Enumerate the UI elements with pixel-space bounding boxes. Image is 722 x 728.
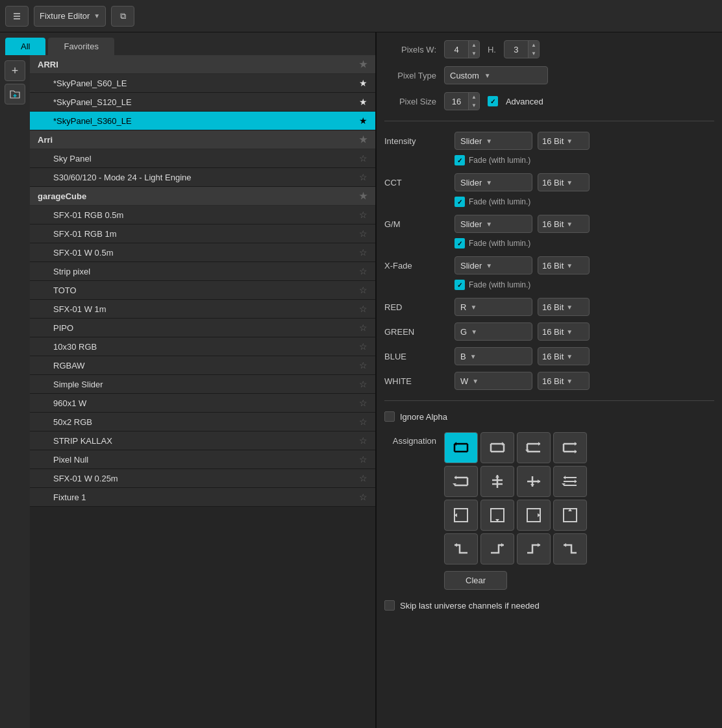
fixture-row[interactable]: PIPO☆	[30, 319, 375, 337]
fixture-star-icon[interactable]: ☆	[359, 153, 367, 164]
fixture-row[interactable]: RGBAW☆	[30, 356, 375, 375]
fixture-star-icon[interactable]: ☆	[359, 172, 367, 182]
fixture-row[interactable]: 960x1 W☆	[30, 394, 375, 413]
channel-type-dropdown-3[interactable]: Slider ▼	[454, 256, 532, 274]
tab-favorites[interactable]: Favorites	[48, 38, 114, 55]
skip-universe-checkbox[interactable]	[384, 600, 395, 611]
fixture-star-icon[interactable]: ☆	[359, 322, 367, 333]
assign-button-12[interactable]	[444, 533, 478, 564]
assign-button-3[interactable]	[553, 432, 587, 463]
fade-checkbox-1[interactable]	[454, 197, 465, 207]
assign-button-5[interactable]	[480, 466, 514, 497]
channel-bit-dropdown-6[interactable]: 16 Bit ▼	[538, 347, 590, 365]
assign-button-15[interactable]	[553, 533, 587, 564]
channel-type-dropdown-5[interactable]: G ▼	[454, 322, 532, 341]
pixels-h-up-arrow[interactable]: ▲	[528, 41, 539, 49]
fixture-star-icon[interactable]: ☆	[359, 341, 367, 352]
assign-button-8[interactable]	[444, 500, 478, 531]
group-star-icon[interactable]: ★	[359, 134, 367, 145]
fixture-star-icon[interactable]: ☆	[359, 417, 367, 427]
fade-checkbox-0[interactable]	[454, 155, 465, 165]
fade-checkbox-2[interactable]	[454, 238, 465, 249]
assign-button-0[interactable]	[444, 432, 478, 463]
menu-icon[interactable]	[5, 6, 29, 27]
channel-bit-dropdown-3[interactable]: 16 Bit ▼	[538, 256, 590, 274]
channel-type-dropdown-1[interactable]: Slider ▼	[454, 173, 532, 191]
ignore-alpha-checkbox[interactable]	[384, 411, 395, 422]
fixture-row[interactable]: Fixture 1☆	[30, 488, 375, 507]
fixture-row[interactable]: S30/60/120 - Mode 24 - Light Engine☆	[30, 168, 375, 187]
add-fixture-button[interactable]: +	[5, 60, 25, 81]
add-folder-button[interactable]	[5, 84, 25, 104]
channel-type-dropdown-0[interactable]: Slider ▼	[454, 132, 532, 150]
pixels-w-spinner[interactable]: 4 ▲ ▼	[444, 40, 480, 58]
channel-bit-dropdown-5[interactable]: 16 Bit ▼	[538, 322, 590, 341]
fixture-star-icon[interactable]: ☆	[359, 266, 367, 276]
assign-button-9[interactable]	[480, 500, 514, 531]
fixture-row[interactable]: TOTO☆	[30, 281, 375, 300]
channel-bit-dropdown-4[interactable]: 16 Bit ▼	[538, 298, 590, 316]
assign-button-14[interactable]	[517, 533, 551, 564]
fixture-star-icon[interactable]: ☆	[359, 228, 367, 239]
fixture-star-icon[interactable]: ☆	[359, 210, 367, 220]
fixture-star-icon[interactable]: ☆	[359, 473, 367, 483]
group-star-icon[interactable]: ★	[359, 191, 367, 201]
fade-checkbox-3[interactable]	[454, 280, 465, 290]
fixture-star-icon[interactable]: ☆	[359, 435, 367, 446]
fixture-star-icon[interactable]: ☆	[359, 304, 367, 314]
assign-button-1[interactable]	[480, 432, 514, 463]
tab-all[interactable]: All	[5, 38, 45, 55]
fixture-star-icon[interactable]: ★	[359, 78, 367, 88]
fixture-star-icon[interactable]: ☆	[359, 247, 367, 258]
fixture-row[interactable]: *SkyPanel_S60_LE★	[30, 74, 375, 93]
fixture-row[interactable]: *SkyPanel_S360_LE★	[30, 112, 375, 130]
assign-button-2[interactable]	[517, 432, 551, 463]
fixture-star-icon[interactable]: ☆	[359, 398, 367, 408]
assign-button-7[interactable]	[553, 466, 587, 497]
fixture-star-icon[interactable]: ☆	[359, 492, 367, 502]
assign-button-4[interactable]	[444, 466, 478, 497]
channel-type-dropdown-2[interactable]: Slider ▼	[454, 215, 532, 233]
fixture-star-icon[interactable]: ☆	[359, 285, 367, 295]
fixture-star-icon[interactable]: ☆	[359, 379, 367, 389]
channel-type-dropdown-7[interactable]: W ▼	[454, 372, 532, 390]
channel-type-dropdown-6[interactable]: B ▼	[454, 347, 532, 365]
channel-bit-dropdown-2[interactable]: 16 Bit ▼	[538, 215, 590, 233]
clear-button[interactable]: Clear	[444, 571, 507, 590]
pixel-size-down-arrow[interactable]: ▼	[468, 101, 479, 110]
group-row[interactable]: garageCube★	[30, 187, 375, 206]
fixture-star-icon[interactable]: ★	[359, 115, 367, 126]
pixel-size-up-arrow[interactable]: ▲	[468, 93, 479, 101]
fixture-star-icon[interactable]: ★	[359, 97, 367, 107]
channel-bit-dropdown-1[interactable]: 16 Bit ▼	[538, 173, 590, 191]
fixture-row[interactable]: Pixel Null☆	[30, 450, 375, 469]
fixture-star-icon[interactable]: ☆	[359, 360, 367, 370]
assign-button-11[interactable]	[553, 500, 587, 531]
fixture-row[interactable]: STRIP KALLAX☆	[30, 431, 375, 450]
pixel-size-spinner[interactable]: 16 ▲ ▼	[444, 92, 480, 110]
channel-type-dropdown-4[interactable]: R ▼	[454, 298, 532, 316]
pixels-w-down-arrow[interactable]: ▼	[468, 49, 479, 58]
pixel-type-dropdown[interactable]: Custom ▼	[444, 66, 548, 84]
pixels-w-up-arrow[interactable]: ▲	[468, 41, 479, 49]
pixels-h-down-arrow[interactable]: ▼	[528, 49, 539, 58]
assign-button-6[interactable]	[517, 466, 551, 497]
assign-button-13[interactable]	[480, 533, 514, 564]
fixture-row[interactable]: 50x2 RGB☆	[30, 413, 375, 431]
group-star-icon[interactable]: ★	[359, 59, 367, 69]
fixture-row[interactable]: SFX-01 RGB 1m☆	[30, 224, 375, 243]
fixture-row[interactable]: Simple Slider☆	[30, 375, 375, 394]
external-link-icon[interactable]: ⧉	[111, 6, 134, 27]
fixture-row[interactable]: Strip pixel☆	[30, 262, 375, 281]
channel-bit-dropdown-7[interactable]: 16 Bit ▼	[538, 372, 590, 390]
fixture-row[interactable]: *SkyPanel_S120_LE★	[30, 93, 375, 112]
fixture-editor-dropdown[interactable]: Fixture Editor ▼	[34, 6, 106, 27]
group-row[interactable]: Arri★	[30, 130, 375, 149]
channel-bit-dropdown-0[interactable]: 16 Bit ▼	[538, 132, 590, 150]
fixture-row[interactable]: SFX-01 W 1m☆	[30, 300, 375, 319]
fixture-row[interactable]: 10x30 RGB☆	[30, 337, 375, 356]
fixture-star-icon[interactable]: ☆	[359, 454, 367, 465]
fixture-row[interactable]: Sky Panel☆	[30, 149, 375, 168]
assign-button-10[interactable]	[517, 500, 551, 531]
pixel-size-checkbox[interactable]	[488, 96, 498, 106]
